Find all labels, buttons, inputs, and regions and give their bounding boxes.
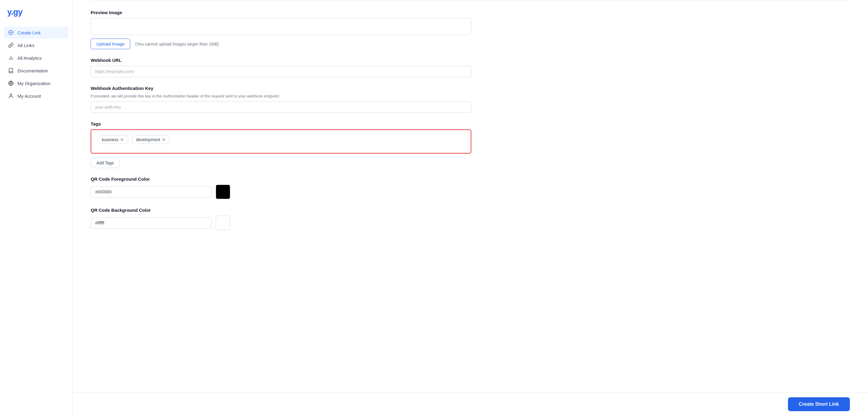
book-icon xyxy=(8,68,14,74)
tag-chip-development: development ✕ xyxy=(131,135,170,144)
color-row-background xyxy=(91,216,471,230)
sidebar-item-all-analytics[interactable]: All Analytics xyxy=(4,52,69,64)
top-divider xyxy=(91,0,850,0)
sidebar-item-my-organization[interactable]: My Organization xyxy=(4,77,69,89)
webhook-url-input[interactable] xyxy=(91,66,471,77)
sidebar-item-all-links[interactable]: All Links xyxy=(4,39,69,51)
svg-point-8 xyxy=(10,94,12,96)
sidebar-item-create-link[interactable]: Create Link xyxy=(4,27,69,39)
tag-text: business xyxy=(102,137,118,142)
qr-background-group: QR Code Background Color xyxy=(91,208,471,230)
qr-background-label: QR Code Background Color xyxy=(91,208,471,213)
brand-logo: y.gy xyxy=(0,7,72,27)
sidebar-item-label: My Organization xyxy=(18,81,51,86)
tag-text: development xyxy=(136,137,160,142)
tag-remove-business[interactable]: ✕ xyxy=(120,138,124,142)
tag-remove-development[interactable]: ✕ xyxy=(162,138,165,142)
add-tags-button[interactable]: Add Tags xyxy=(91,158,120,168)
link-icon xyxy=(8,42,14,48)
tags-label: Tags xyxy=(91,121,471,127)
qr-foreground-label: QR Code Foreground Color xyxy=(91,176,471,182)
upload-image-button[interactable]: Upload Image xyxy=(91,39,130,49)
preview-image-input[interactable] xyxy=(91,18,471,35)
sidebar-item-label: Create Link xyxy=(18,30,41,35)
sidebar-item-label: Documentation xyxy=(18,68,48,73)
sidebar-item-my-account[interactable]: My Account xyxy=(4,90,69,102)
tag-chip-business: business ✕ xyxy=(97,135,128,144)
user-circle-icon xyxy=(8,93,14,99)
webhook-auth-group: Webhook Authentication Key If provided, … xyxy=(91,86,471,113)
webhook-auth-label: Webhook Authentication Key xyxy=(91,86,471,91)
qr-foreground-swatch[interactable] xyxy=(216,185,230,199)
sidebar: y.gy Create Link All Links xyxy=(0,0,72,416)
create-short-link-button[interactable]: Create Short Link xyxy=(788,397,850,411)
plus-circle-icon xyxy=(8,30,14,36)
page-footer: Create Short Link xyxy=(72,392,868,416)
webhook-url-group: Webhook URL xyxy=(91,58,471,77)
preview-image-label: Preview Image xyxy=(91,10,471,15)
qr-background-swatch[interactable] xyxy=(216,216,230,230)
preview-image-group: Preview Image Upload Image (You cannot u… xyxy=(91,10,471,49)
tags-group: Tags business ✕ development ✕ Add Tags xyxy=(91,121,471,168)
footer-spacer xyxy=(91,239,471,263)
globe-icon xyxy=(8,80,14,86)
qr-background-input[interactable] xyxy=(91,217,212,229)
sidebar-item-label: All Links xyxy=(18,43,34,48)
webhook-auth-input[interactable] xyxy=(91,101,471,113)
upload-note: (You cannot upload images larger than 1M… xyxy=(135,42,219,46)
upload-row: Upload Image (You cannot upload images l… xyxy=(91,39,471,49)
webhook-url-label: Webhook URL xyxy=(91,58,471,63)
main-content: Preview Image Upload Image (You cannot u… xyxy=(72,0,868,416)
qr-foreground-input[interactable] xyxy=(91,186,212,198)
color-row-foreground xyxy=(91,185,471,199)
color-input-wrap-foreground xyxy=(91,186,212,198)
sidebar-item-label: All Analytics xyxy=(18,56,42,61)
sidebar-item-label: My Account xyxy=(18,94,41,99)
bar-chart-icon xyxy=(8,55,14,61)
sidebar-item-documentation[interactable]: Documentation xyxy=(4,65,69,77)
tags-container: business ✕ development ✕ xyxy=(91,130,471,153)
qr-foreground-group: QR Code Foreground Color xyxy=(91,176,471,199)
webhook-auth-sublabel: If provided, we will provide this key in… xyxy=(91,94,471,98)
sidebar-nav: Create Link All Links All Analytics xyxy=(0,27,72,102)
form-section: Preview Image Upload Image (You cannot u… xyxy=(91,10,471,263)
color-input-wrap-background xyxy=(91,217,212,229)
